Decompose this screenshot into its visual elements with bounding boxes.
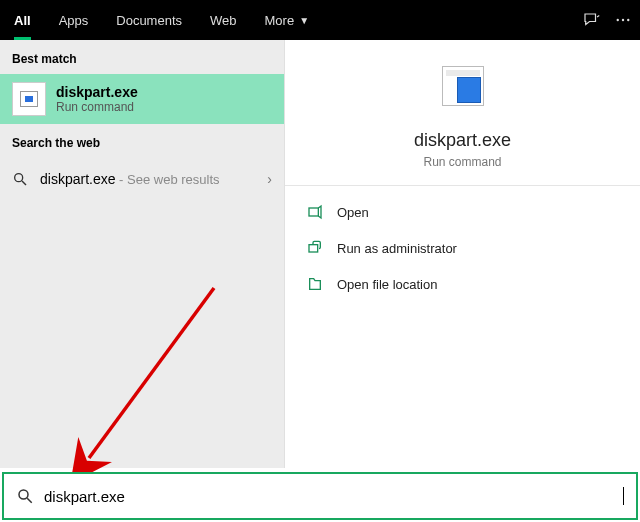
action-run-admin[interactable]: Run as administrator (285, 230, 640, 266)
open-location-icon (307, 276, 323, 292)
run-command-icon (12, 82, 46, 116)
preview-header: diskpart.exe Run command (285, 40, 640, 186)
chevron-down-icon: ▼ (299, 15, 309, 26)
tab-all-label: All (14, 13, 31, 28)
run-admin-icon (307, 240, 323, 256)
best-match-result[interactable]: diskpart.exe Run command (0, 74, 284, 124)
search-input[interactable] (44, 488, 623, 505)
feedback-icon[interactable] (582, 11, 600, 29)
svg-line-9 (27, 498, 32, 503)
web-result-hint: - See web results (115, 172, 219, 187)
tab-documents-label: Documents (116, 13, 182, 28)
svg-point-1 (622, 19, 624, 21)
program-icon (442, 66, 484, 106)
search-icon (12, 171, 28, 187)
tab-web-label: Web (210, 13, 237, 28)
search-web-header: Search the web (0, 124, 284, 158)
tab-apps-label: Apps (59, 13, 89, 28)
web-result-left: diskpart.exe - See web results (12, 170, 220, 188)
results-panel: Best match diskpart.exe Run command Sear… (0, 40, 284, 468)
svg-rect-5 (309, 208, 318, 216)
tabs-container: All Apps Documents Web More▼ (0, 0, 323, 40)
best-match-text: diskpart.exe Run command (56, 84, 138, 114)
search-icon (16, 487, 34, 505)
action-open-label: Open (337, 205, 369, 220)
web-result-wrap: diskpart.exe - See web results (40, 170, 220, 188)
preview-title: diskpart.exe (414, 130, 511, 151)
chevron-right-icon: › (267, 171, 272, 187)
tab-more-label: More (265, 13, 295, 28)
tab-more[interactable]: More▼ (251, 0, 324, 40)
open-icon (307, 204, 323, 220)
best-match-header: Best match (0, 40, 284, 74)
svg-point-0 (617, 19, 619, 21)
tab-apps[interactable]: Apps (45, 0, 103, 40)
tab-documents[interactable]: Documents (102, 0, 196, 40)
web-result-title: diskpart.exe (40, 171, 115, 187)
text-caret (623, 487, 624, 505)
topbar-right (582, 0, 632, 40)
web-result[interactable]: diskpart.exe - See web results › (0, 158, 284, 200)
preview-subtitle: Run command (423, 155, 501, 169)
action-open[interactable]: Open (285, 194, 640, 230)
svg-point-8 (19, 490, 28, 499)
main-pane: Best match diskpart.exe Run command Sear… (0, 40, 640, 468)
action-open-location[interactable]: Open file location (285, 266, 640, 302)
top-tab-bar: All Apps Documents Web More▼ (0, 0, 640, 40)
svg-point-3 (15, 174, 23, 182)
more-options-icon[interactable] (614, 11, 632, 29)
search-bar[interactable] (2, 472, 638, 520)
best-match-subtitle: Run command (56, 100, 138, 114)
svg-point-2 (627, 19, 629, 21)
tab-web[interactable]: Web (196, 0, 251, 40)
action-run-admin-label: Run as administrator (337, 241, 457, 256)
tab-all[interactable]: All (0, 0, 45, 40)
best-match-title: diskpart.exe (56, 84, 138, 100)
actions-list: Open Run as administrator Open file loca… (285, 186, 640, 310)
svg-line-4 (22, 181, 26, 185)
action-open-location-label: Open file location (337, 277, 437, 292)
preview-panel: diskpart.exe Run command Open Run as adm… (284, 40, 640, 468)
svg-rect-6 (309, 245, 318, 252)
